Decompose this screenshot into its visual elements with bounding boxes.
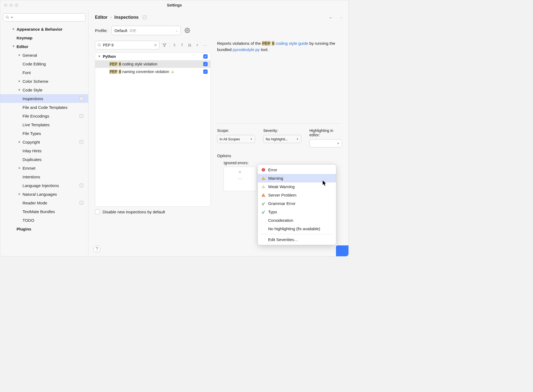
sidebar-item-duplicates[interactable]: Duplicates — [0, 155, 88, 164]
group-checkbox[interactable]: ✓ — [203, 54, 208, 59]
pycodestyle-link[interactable]: pycodestyle.py — [233, 47, 260, 52]
inspection-item[interactable]: PEP 8 naming convention violation✓ — [95, 68, 210, 75]
help-button[interactable]: ? — [93, 245, 100, 252]
search-icon — [97, 43, 101, 47]
nav-forward-icon[interactable]: → — [338, 15, 343, 21]
filter-icon[interactable] — [162, 42, 167, 48]
add-icon[interactable]: ＋ — [195, 42, 200, 48]
sidebar-item-editor[interactable]: Editor — [0, 42, 88, 51]
sidebar-item-emmet[interactable]: Emmet — [0, 164, 88, 172]
svg-rect-8 — [263, 195, 263, 196]
sidebar-item-keymap[interactable]: Keymap — [0, 33, 88, 42]
sidebar-item-label: Code Editing — [23, 62, 46, 66]
severity-icon — [261, 185, 265, 189]
severity-dropdown: ErrorWarningWeak WarningServer ProblemGr… — [258, 164, 336, 245]
severity-icon — [261, 168, 265, 172]
sidebar-item-font[interactable]: Font — [0, 68, 88, 77]
style-guide-link[interactable]: coding style guide — [276, 41, 308, 46]
svg-rect-7 — [263, 188, 263, 188]
search-scope-caret-icon — [11, 17, 13, 18]
severity-select[interactable]: No highlighti... ▼ — [263, 135, 301, 143]
sidebar-item-live-templates[interactable]: Live Templates — [0, 120, 88, 129]
inspection-filter-input[interactable]: PEP 8 ✕ — [95, 41, 160, 49]
severity-option-typo[interactable]: Typo — [258, 208, 336, 216]
profile-label: Profile: — [95, 28, 108, 33]
chevron-down-icon: ▼ — [250, 138, 253, 141]
inspection-group[interactable]: Python ✓ — [95, 53, 210, 60]
inspection-label: PEP 8 naming convention violation — [109, 69, 169, 74]
chevron-down-icon: ⌄ — [175, 29, 178, 32]
severity-icon — [261, 176, 265, 181]
severity-option-consideration[interactable]: Consideration — [258, 216, 336, 225]
sidebar-item-label: Reader Mode — [23, 201, 47, 205]
sidebar-item-natural-languages[interactable]: Natural Languages — [0, 190, 88, 198]
remove-icon[interactable]: — — [202, 42, 208, 48]
sidebar-item-label: Copyright — [23, 140, 40, 144]
chevron-icon — [12, 28, 15, 30]
chevron-icon — [18, 88, 21, 91]
apply-button[interactable] — [336, 245, 348, 256]
edit-severities-item[interactable]: Edit Severities… — [258, 235, 336, 244]
sidebar-item-inlay-hints[interactable]: Inlay Hints — [0, 146, 88, 155]
sidebar-item-label: File Types — [23, 131, 41, 136]
settings-search-input[interactable] — [3, 13, 85, 21]
remove-ignored-icon[interactable]: — — [237, 176, 242, 181]
svg-rect-6 — [263, 186, 263, 187]
svg-point-0 — [186, 30, 188, 31]
severity-option-no-highlighting-fix-available-[interactable]: No highlighting (fix available) — [258, 225, 336, 233]
chevron-icon — [18, 80, 21, 83]
severity-option-label: Warning — [268, 176, 283, 181]
sidebar-item-file-types[interactable]: File Types — [0, 129, 88, 138]
severity-option-error[interactable]: Error — [258, 166, 336, 174]
sidebar-item-file-and-code-templates[interactable]: File and Code Templates — [0, 103, 88, 112]
svg-rect-4 — [263, 178, 263, 179]
profile-select[interactable]: Default IDE ⌄ — [112, 26, 181, 35]
breadcrumb-root[interactable]: Editor — [95, 15, 107, 20]
highlighting-select[interactable]: ▼ — [309, 139, 342, 147]
expand-all-icon[interactable]: ⇳ — [172, 42, 177, 48]
highlighting-label: Highlighting in editor: — [309, 128, 342, 137]
clear-filter-icon[interactable]: ✕ — [154, 43, 157, 47]
sidebar-item-plugins[interactable]: Plugins — [0, 225, 88, 233]
severity-option-grammar-error[interactable]: Grammar Error — [258, 199, 336, 208]
sidebar-item-copyright[interactable]: Copyright — [0, 138, 88, 146]
sidebar-item-language-injections[interactable]: Language Injections — [0, 181, 88, 190]
sidebar-item-label: Code Style — [23, 88, 42, 92]
severity-option-weak-warning[interactable]: Weak Warning — [258, 182, 336, 191]
svg-rect-5 — [263, 179, 263, 179]
sidebar-item-file-encodings[interactable]: File Encodings — [0, 112, 88, 120]
inspection-description: Reports violations of the PEP 8 coding s… — [217, 40, 342, 53]
nav-back-icon[interactable]: ← — [328, 15, 333, 21]
inspection-checkbox[interactable]: ✓ — [203, 62, 208, 66]
sidebar-item-reader-mode[interactable]: Reader Mode — [0, 198, 88, 207]
inspection-checkbox[interactable]: ✓ — [203, 69, 208, 74]
sidebar-item-inspections[interactable]: Inspections — [0, 94, 88, 103]
gear-icon[interactable] — [185, 28, 190, 33]
disable-new-label: Disable new inspections by default — [103, 210, 165, 214]
ignored-errors-list[interactable]: ＋ — — [224, 167, 256, 191]
sidebar-item-appearance-behavior[interactable]: Appearance & Behavior — [0, 25, 88, 33]
breadcrumb: Editor › Inspections — [95, 15, 342, 20]
sidebar-item-label: Language Injections — [23, 183, 59, 188]
add-ignored-icon[interactable]: ＋ — [237, 169, 242, 175]
edit-severities-label: Edit Severities… — [268, 237, 298, 242]
sidebar-item-intentions[interactable]: Intentions — [0, 172, 88, 181]
chevron-icon — [18, 54, 21, 56]
sidebar-item-color-scheme[interactable]: Color Scheme — [0, 77, 88, 86]
sidebar-item-todo[interactable]: TODO — [0, 216, 88, 225]
inspection-item[interactable]: PEP 8 coding style violation✓ — [95, 60, 210, 68]
sidebar-item-code-style[interactable]: Code Style — [0, 86, 88, 94]
sidebar-item-code-editing[interactable]: Code Editing — [0, 59, 88, 68]
sidebar-item-label: TODO — [23, 218, 34, 223]
profile-value: Default — [115, 28, 128, 33]
disable-icon[interactable]: ⊟ — [187, 42, 192, 48]
scope-select[interactable]: In All Scopes ▼ — [217, 135, 255, 143]
sidebar-item-general[interactable]: General — [0, 51, 88, 59]
sidebar-item-textmate-bundles[interactable]: TextMate Bundles — [0, 207, 88, 216]
collapse-all-icon[interactable]: ⤒ — [179, 42, 185, 48]
svg-rect-2 — [263, 169, 263, 170]
sidebar-item-label: Inspections — [23, 96, 43, 101]
disable-new-checkbox[interactable] — [95, 209, 100, 214]
severity-option-server-problem[interactable]: Server Problem — [258, 191, 336, 199]
severity-option-warning[interactable]: Warning — [258, 174, 336, 182]
